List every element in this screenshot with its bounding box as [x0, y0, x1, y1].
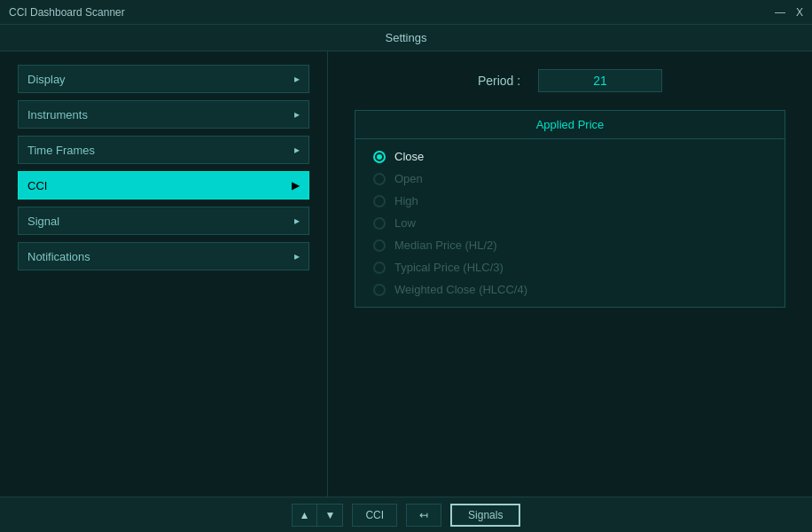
radio-typical: Typical Price (HLC/3) [373, 261, 767, 274]
sidebar-item-label: Signal [27, 215, 59, 228]
sidebar-item-display[interactable]: Display ▸ [18, 65, 309, 93]
sidebar-item-cci[interactable]: CCI ▶ [18, 171, 309, 200]
period-row: Period : [355, 69, 785, 92]
window-controls: — X [775, 6, 803, 19]
radio-circle-open [373, 173, 386, 185]
radio-high: High [373, 194, 767, 207]
radio-close[interactable]: Close [373, 150, 767, 163]
radio-low: Low [373, 216, 767, 230]
radio-open: Open [373, 172, 767, 185]
radio-label-low: Low [394, 216, 416, 230]
radio-circle-high [373, 195, 386, 207]
radio-circle-weighted [373, 284, 386, 296]
sidebar-item-instruments[interactable]: Instruments ▸ [18, 100, 309, 129]
close-button[interactable]: X [796, 6, 803, 19]
cci-button[interactable]: CCI [352, 504, 397, 527]
sidebar-item-label: Instruments [27, 108, 88, 121]
sidebar-item-timeframes[interactable]: Time Frames ▸ [18, 136, 309, 164]
bottom-bar: ▲ ▼ CCI ↤ Signals [0, 497, 812, 532]
sidebar-item-signal[interactable]: Signal ▸ [18, 207, 309, 235]
radio-label-open: Open [394, 172, 423, 185]
radio-circle-median [373, 239, 386, 252]
sidebar-arrow-signal: ▸ [294, 215, 300, 227]
radio-label-close: Close [394, 150, 424, 163]
applied-price-title: Applied Price [355, 111, 785, 139]
period-input[interactable] [538, 69, 662, 92]
minimize-button[interactable]: — [775, 6, 785, 19]
sidebar-arrow-timeframes: ▸ [294, 144, 300, 156]
radio-median: Median Price (HL/2) [373, 239, 767, 252]
nav-arrows: ▲ ▼ [292, 504, 344, 527]
sidebar-item-label: Time Frames [27, 144, 95, 157]
app-title: CCI Dashboard Scanner [9, 6, 125, 19]
radio-label-typical: Typical Price (HLC/3) [394, 261, 504, 274]
radio-label-high: High [394, 194, 418, 207]
period-label: Period : [478, 74, 520, 88]
sidebar-item-label: Notifications [27, 250, 90, 263]
signals-button[interactable]: Signals [450, 504, 520, 527]
main-content: Display ▸ Instruments ▸ Time Frames ▸ CC… [0, 51, 812, 497]
settings-label: Settings [386, 31, 427, 44]
sidebar-arrow-cci: ▶ [292, 179, 300, 192]
sidebar-item-notifications[interactable]: Notifications ▸ [18, 242, 309, 270]
title-bar: CCI Dashboard Scanner — X [0, 0, 812, 25]
right-panel: Period : Applied Price Close Open [328, 51, 812, 497]
radio-circle-close [373, 151, 386, 163]
down-arrow-button[interactable]: ▼ [317, 505, 342, 526]
radio-label-weighted: Weighted Close (HLCC/4) [394, 283, 527, 296]
radio-weighted: Weighted Close (HLCC/4) [373, 283, 767, 296]
sidebar-item-label: Display [27, 73, 66, 86]
sidebar-arrow-display: ▸ [294, 73, 300, 85]
back-button[interactable]: ↤ [406, 504, 441, 527]
sidebar-arrow-instruments: ▸ [294, 108, 300, 121]
settings-header: Settings [0, 25, 812, 51]
sidebar: Display ▸ Instruments ▸ Time Frames ▸ CC… [0, 51, 328, 497]
radio-label-median: Median Price (HL/2) [394, 239, 497, 252]
radio-circle-typical [373, 262, 386, 274]
applied-price-options: Close Open High Low [355, 139, 785, 307]
sidebar-item-label: CCI [27, 179, 47, 192]
up-arrow-button[interactable]: ▲ [293, 505, 318, 526]
applied-price-box: Applied Price Close Open High [355, 110, 785, 308]
sidebar-arrow-notifications: ▸ [294, 250, 300, 262]
radio-circle-low [373, 217, 386, 230]
